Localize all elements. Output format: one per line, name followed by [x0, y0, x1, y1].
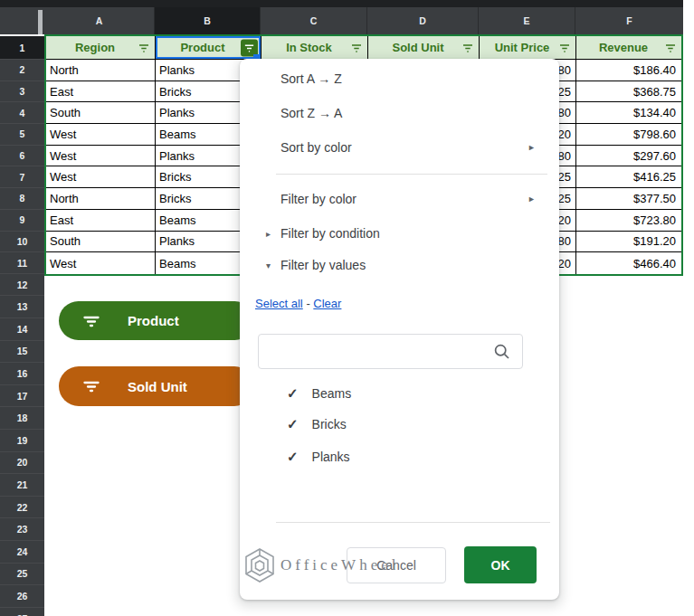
cell-region[interactable]: West [46, 124, 156, 146]
cell-region[interactable]: West [46, 146, 156, 167]
top-band [0, 0, 683, 7]
cell-region[interactable]: South [46, 102, 156, 124]
header-label-in-stock: In Stock [286, 41, 343, 54]
menu-item-filter-by-values[interactable]: ▾ Filter by values [240, 254, 559, 276]
menu-item-sort-az[interactable]: Sort A → Z [240, 68, 559, 90]
row-header[interactable]: 1 [0, 36, 44, 60]
row-header[interactable]: 10 [0, 232, 44, 253]
search-icon [493, 343, 511, 361]
menu-label: Filter by condition [280, 226, 380, 241]
row-header[interactable]: 14 [0, 318, 44, 341]
filter-value-label: Bricks [312, 417, 347, 431]
row-header[interactable]: 13 [0, 296, 44, 318]
row-header[interactable]: 26 [0, 585, 44, 608]
menu-item-filter-by-color[interactable]: Filter by color ► [240, 188, 559, 210]
header-cell-in-stock[interactable]: In Stock [261, 36, 368, 60]
row-header[interactable]: 19 [0, 430, 44, 452]
select-all-link[interactable]: Select all [255, 297, 303, 310]
header-cell-unit-price[interactable]: Unit Price [480, 36, 576, 60]
row-header[interactable]: 18 [0, 407, 44, 430]
column-header-e[interactable]: E [478, 7, 575, 34]
row-header-bar: 1 2 3 4 5 6 7 8 9 10 11 12 13 14 15 [0, 36, 44, 616]
row-header[interactable]: 17 [0, 385, 44, 408]
filter-icon[interactable] [558, 42, 571, 54]
header-label-revenue: Revenue [599, 41, 659, 54]
row-header[interactable]: 12 [0, 274, 44, 297]
checkmark-icon: ✓ [287, 416, 299, 432]
filter-value-item[interactable]: ✓ Beams [240, 383, 559, 404]
cell-revenue[interactable]: $186.40 [576, 60, 681, 81]
clear-link[interactable]: Clear [313, 297, 341, 310]
header-cell-revenue[interactable]: Revenue [576, 36, 681, 60]
row-header[interactable]: 15 [0, 341, 44, 364]
menu-item-sort-za[interactable]: Sort Z → A [240, 102, 559, 124]
cell-revenue[interactable]: $368.75 [576, 81, 681, 103]
filter-value-label: Planks [312, 450, 350, 464]
select-clear-row: Select all - Clear [255, 297, 341, 310]
column-header-a[interactable]: A [44, 7, 154, 34]
column-header-bar: A B C D E F [44, 7, 683, 34]
column-header-b-selected[interactable]: B [154, 7, 260, 34]
cell-region[interactable]: North [46, 60, 156, 81]
cell-revenue[interactable]: $798.60 [576, 124, 681, 146]
filter-chip-product[interactable]: Product [59, 301, 254, 340]
row-header[interactable]: 4 [0, 102, 44, 124]
table-header-row: Region Product In Stock [46, 36, 681, 60]
cell-region[interactable]: North [46, 188, 156, 210]
header-label-region: Region [75, 41, 126, 54]
row-header[interactable]: 25 [0, 564, 44, 586]
filter-chip-sold-unit[interactable]: Sold Unit [59, 366, 254, 406]
cell-revenue[interactable]: $723.80 [576, 210, 681, 232]
row-header[interactable]: 5 [0, 124, 44, 146]
cancel-button[interactable]: Cancel [347, 547, 446, 583]
expander-expanded-icon: ▾ [266, 261, 271, 270]
menu-label: Filter by color [280, 192, 357, 206]
header-label-product: Product [180, 41, 235, 54]
value-search-input[interactable] [259, 345, 493, 359]
cell-revenue[interactable]: $466.40 [576, 252, 681, 274]
menu-item-filter-by-condition[interactable]: ▸ Filter by condition [240, 223, 559, 244]
column-header-d[interactable]: D [366, 7, 478, 34]
header-cell-region[interactable]: Region [46, 36, 156, 60]
column-header-c[interactable]: C [260, 7, 366, 34]
row-header[interactable]: 6 [0, 146, 44, 167]
cell-revenue[interactable]: $297.60 [576, 146, 681, 167]
filter-icon[interactable] [664, 42, 677, 54]
filter-icon[interactable] [138, 42, 150, 54]
filter-dropdown-menu: Sort A → Z Sort Z → A Sort by color ► Fi… [240, 59, 559, 600]
row-header[interactable]: 20 [0, 452, 44, 475]
row-header[interactable]: 24 [0, 541, 44, 564]
row-header[interactable]: 9 [0, 210, 44, 232]
row-header[interactable]: 22 [0, 497, 44, 519]
menu-item-sort-by-color[interactable]: Sort by color ► [240, 137, 559, 158]
row-header[interactable]: 16 [0, 363, 44, 385]
row-header[interactable]: 21 [0, 474, 44, 497]
cell-revenue[interactable]: $134.40 [576, 102, 681, 124]
cell-revenue[interactable]: $191.20 [576, 232, 681, 253]
corner-marker [38, 10, 43, 34]
row-header[interactable]: 7 [0, 166, 44, 188]
row-header[interactable]: 3 [0, 81, 44, 103]
cell-region[interactable]: West [46, 166, 156, 188]
cell-region[interactable]: West [46, 252, 156, 274]
header-cell-product[interactable]: Product [156, 36, 261, 60]
cell-revenue[interactable]: $377.50 [576, 188, 681, 210]
row-header[interactable]: 11 [0, 252, 44, 274]
cell-region[interactable]: East [46, 210, 156, 232]
cell-revenue[interactable]: $416.25 [576, 166, 681, 188]
filter-value-item[interactable]: ✓ Planks [240, 446, 559, 468]
column-header-f[interactable]: F [575, 7, 683, 34]
filter-icon[interactable] [350, 42, 363, 54]
row-header[interactable]: 23 [0, 518, 44, 541]
row-header[interactable]: 2 [0, 60, 44, 81]
cell-region[interactable]: East [46, 81, 156, 103]
select-all-corner[interactable] [0, 7, 44, 34]
row-header[interactable]: 8 [0, 188, 44, 210]
header-cell-sold-unit[interactable]: Sold Unit [368, 36, 480, 60]
cell-region[interactable]: South [46, 232, 156, 253]
value-search-box [258, 334, 523, 369]
ok-button[interactable]: OK [464, 546, 537, 583]
filter-icon[interactable] [461, 42, 474, 54]
row-header[interactable]: 27 [0, 608, 44, 616]
filter-value-item[interactable]: ✓ Bricks [240, 413, 559, 435]
